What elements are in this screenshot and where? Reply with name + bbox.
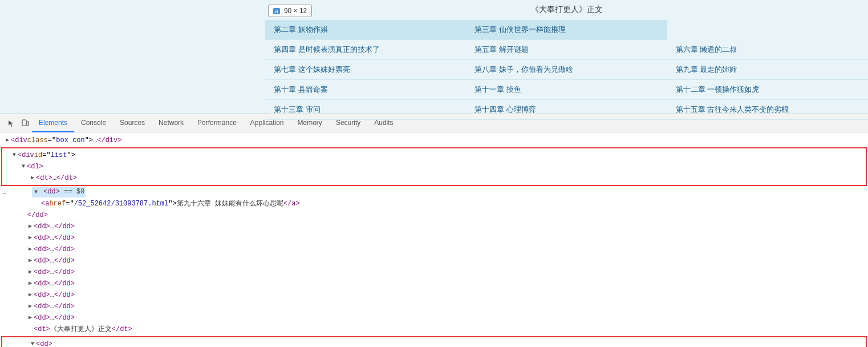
html-line-dd-3[interactable]: ▶ <dd> … </dd> [0,244,868,255]
html-line-dd-6[interactable]: ▶ <dd> … </dd> [0,278,868,289]
elements-panel[interactable]: ▶ <div class="box_con"> … </div> ▼ <div … [0,132,868,347]
collapse-icon[interactable]: ▶ [27,290,33,300]
collapse-icon[interactable]: ▶ [5,135,10,146]
highlight-box-2: ▼ <dd> <a href="/52_52642/25585323.html"… [1,336,867,347]
preview-area: 《大奉打更人》正文 a 90 × 12 第一章 牢狱之灾 第二章 妖物作祟 第三… [0,0,868,114]
tooltip-bubble: a 90 × 12 [268,5,312,17]
collapse-icon[interactable]: ▶ [30,173,35,183]
html-line-div-list[interactable]: ▼ <div id="list"> [2,150,866,161]
chapter-cell[interactable]: 第六章 懒遁的二叔 [667,40,868,60]
html-line-dd-9[interactable]: ▶ <dd> … </dd> [0,312,868,324]
chapter-row-0: 第二章 妖物作祟 第三章 仙侠世界一样能推理 [265,20,868,40]
chapter-cell[interactable]: 第十三章 审问 [265,100,466,120]
collapse-icon[interactable]: ▶ [27,313,33,323]
collapse-icon[interactable]: ▼ [21,162,26,172]
collapse-icon[interactable]: ▼ [30,339,35,347]
html-line-dots: … ▼ <dd> == $0 [0,186,868,198]
tab-network[interactable]: Network [152,114,190,132]
collapse-icon[interactable]: ▶ [27,233,33,243]
chapter-cell[interactable]: 第八章 妹子，你偷看为兄做啥 [466,60,667,80]
html-line[interactable]: ▶ <div class="box_con"> … </div> [0,135,868,146]
chapter-cell[interactable]: 第五章 解开谜题 [466,40,667,60]
html-line-dd-5[interactable]: ▶ <dd> … </dd> [0,267,868,278]
tab-console[interactable]: Console [74,114,113,132]
chapter-cell[interactable]: 第七章 这个妹妹好票亮 [265,60,466,80]
html-line-dt[interactable]: ▶ <dt> … </dt> [2,172,866,184]
html-line-dd-4[interactable]: ▶ <dd> … </dd> [0,255,868,267]
collapse-icon[interactable]: ▼ [11,150,17,160]
tab-sources[interactable]: Sources [113,114,152,132]
chapter-cell[interactable]: 第四章 是时候表演真正的技术了 [265,40,466,60]
svg-rect-1 [27,122,29,126]
collapse-icon[interactable]: ▶ [27,301,33,312]
collapse-icon[interactable]: ▶ [27,221,33,232]
devtools-panel: Elements Console Sources Network Perform… [0,114,868,347]
html-line-close-dd-0[interactable]: </dd> [0,209,868,221]
chapter-row-4: 第十三章 审问 第十四章 心理博弈 第十五章 古往今来人类不变的劣根 [265,100,868,120]
chapter-cell[interactable]: 第十章 县箭命案 [265,80,466,100]
highlight-box-1: ▼ <div id="list"> ▼ <dl> ▶ <dt> … </dt> [1,147,867,186]
tooltip-dimensions: 90 × 12 [284,7,307,15]
html-line-dd-2[interactable]: ▶ <dd> … </dd> [0,232,868,244]
chapter-row-3: 第十章 县箭命案 第十一章 摸鱼 第十二章 一顿操作猛如虎 [265,80,868,100]
chapter-cell[interactable]: 第二章 妖物作祟 [265,20,466,40]
svg-rect-0 [22,120,26,126]
chapter-cell[interactable]: 第九章 最走的婶婶 [667,60,868,80]
collapse-icon[interactable]: ▶ [27,279,33,289]
collapse-icon[interactable]: ▶ [27,244,33,255]
chapter-cell[interactable]: 第十二章 一顿操作猛如虎 [667,80,868,100]
html-line-dt-title[interactable]: ▶ <dt> 《大奉打更人》正文 </dt> [0,324,868,335]
devtools-content: ▶ <div class="box_con"> … </div> ▼ <div … [0,132,868,347]
tab-performance[interactable]: Performance [190,114,244,132]
html-line-dd-7[interactable]: ▶ <dd> … </dd> [0,289,868,301]
chapter-cell[interactable]: 第十五章 古往今来人类不变的劣根 [667,100,868,120]
html-line-dd-8[interactable]: ▶ <dd> … </dd> [0,301,868,312]
html-line-a-96[interactable]: <a href="/52_52642/31093787.html"> 第九十六章… [0,198,868,209]
chapter-row-2: 第七章 这个妹妹好票亮 第八章 妹子，你偷看为兄做啥 第九章 最走的婶婶 [265,60,868,80]
element-icon: a [273,8,280,14]
chapter-cell[interactable]: 第十四章 心理博弈 [466,100,667,120]
collapse-icon[interactable]: ▶ [27,267,33,277]
html-line-dd-1[interactable]: ▶ <dd> … </dd> [0,221,868,232]
cursor-icon-btn[interactable] [5,116,18,130]
device-icon-btn[interactable] [18,116,32,130]
html-line-dd-expanded[interactable]: ▼ <dd> [2,338,866,347]
chapter-cell[interactable]: 第三章 仙侠世界一样能推理 [466,20,667,40]
chapter-row-1: 第四章 是时候表演真正的技术了 第五章 解开谜题 第六章 懒遁的二叔 [265,40,868,60]
tab-elements[interactable]: Elements [32,114,74,132]
html-line-dl[interactable]: ▼ <dl> [2,161,866,172]
chapter-cell[interactable]: 第十一章 摸鱼 [466,80,667,100]
chapter-grid: 第二章 妖物作祟 第三章 仙侠世界一样能推理 第四章 是时候表演真正的技术了 第… [265,20,868,114]
preview-title: 《大奉打更人》正文 [0,0,868,18]
collapse-icon[interactable]: ▼ [33,187,39,197]
collapse-icon[interactable]: ▶ [27,256,33,266]
